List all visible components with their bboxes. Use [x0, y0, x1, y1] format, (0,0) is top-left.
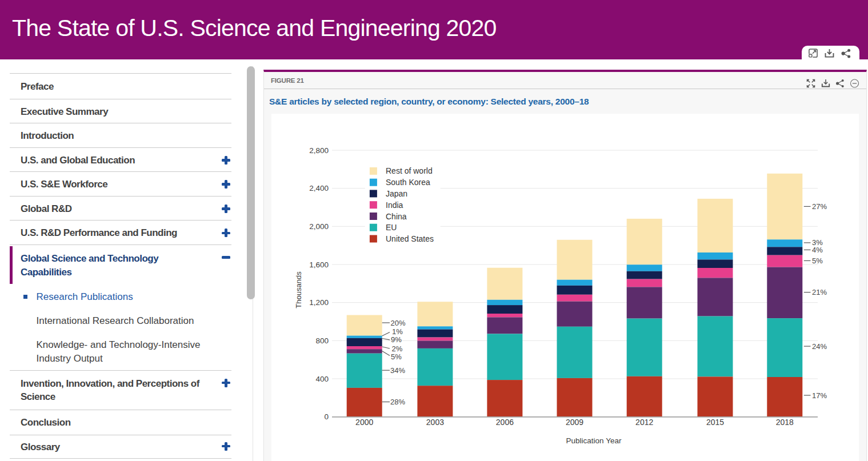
svg-text:2,800: 2,800 — [309, 146, 329, 155]
svg-text:5%: 5% — [391, 352, 402, 361]
svg-text:27%: 27% — [812, 202, 827, 211]
svg-text:Japan: Japan — [386, 189, 407, 198]
svg-text:2015: 2015 — [706, 418, 724, 427]
svg-text:1,600: 1,600 — [309, 260, 329, 269]
svg-text:20%: 20% — [391, 319, 406, 327]
svg-text:Thousands: Thousands — [294, 271, 303, 308]
svg-text:5%: 5% — [812, 256, 823, 265]
svg-text:2018: 2018 — [776, 418, 794, 427]
svg-text:400: 400 — [315, 375, 329, 383]
svg-text:4%: 4% — [812, 246, 823, 254]
svg-text:China: China — [386, 212, 407, 221]
svg-text:South Korea: South Korea — [386, 178, 430, 187]
svg-text:2,400: 2,400 — [309, 184, 329, 193]
svg-text:1%: 1% — [392, 327, 403, 336]
svg-text:Publication Year: Publication Year — [566, 436, 622, 445]
svg-text:24%: 24% — [812, 342, 827, 351]
svg-text:2000: 2000 — [355, 418, 373, 427]
svg-text:2012: 2012 — [635, 418, 653, 427]
svg-text:9%: 9% — [391, 335, 402, 344]
svg-text:EU: EU — [386, 223, 397, 232]
svg-text:28%: 28% — [390, 398, 405, 406]
svg-text:2006: 2006 — [496, 418, 514, 427]
svg-text:Rest of world: Rest of world — [386, 166, 433, 175]
svg-text:United States: United States — [386, 234, 434, 243]
svg-text:0: 0 — [324, 412, 329, 421]
svg-text:34%: 34% — [390, 366, 405, 375]
svg-text:2%: 2% — [392, 344, 403, 353]
svg-text:2009: 2009 — [566, 418, 583, 427]
svg-text:17%: 17% — [812, 391, 827, 400]
svg-text:India: India — [386, 201, 403, 210]
svg-text:2003: 2003 — [426, 418, 444, 427]
svg-text:2,000: 2,000 — [309, 222, 329, 231]
svg-text:21%: 21% — [812, 288, 827, 296]
svg-text:1,200: 1,200 — [309, 298, 329, 307]
svg-text:800: 800 — [315, 336, 329, 345]
